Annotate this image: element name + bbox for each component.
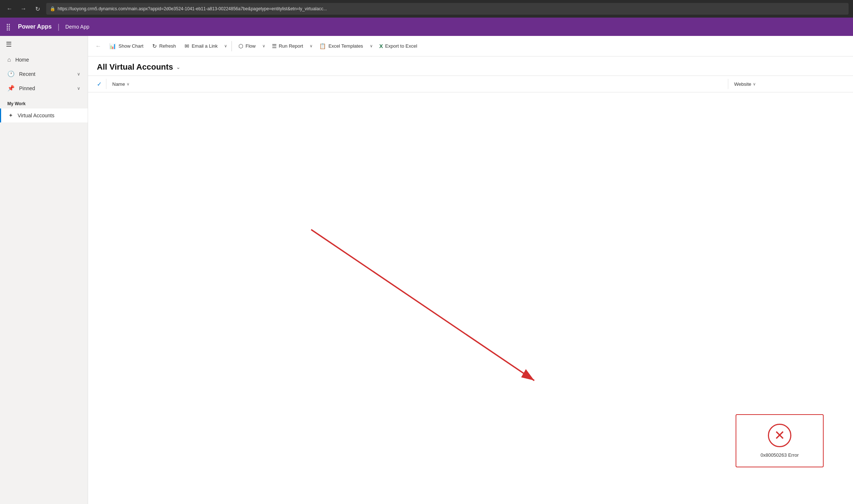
run-report-btn[interactable]: ☰ Run Report — [268, 41, 307, 52]
top-nav: ⣿ Power Apps | Demo App — [0, 18, 853, 36]
content-header: All Virtual Accounts ⌄ — [88, 56, 853, 76]
email-link-label: Email a Link — [192, 43, 218, 49]
refresh-btn[interactable]: ↻ Refresh — [149, 41, 180, 52]
email-link-icon: ✉ — [185, 43, 189, 49]
error-message: 0x80050263 Error — [761, 452, 799, 458]
run-report-chevron-btn[interactable]: ∨ — [308, 41, 314, 51]
pinned-chevron-icon: ∨ — [77, 86, 80, 91]
column-name-label: Name — [112, 81, 125, 87]
error-dialog: ✕ 0x80050263 Error — [736, 414, 824, 467]
show-chart-icon: 📊 — [109, 43, 116, 49]
flow-btn[interactable]: ⬡ Flow — [235, 41, 259, 52]
content-area: ← 📊 Show Chart ↻ Refresh ✉ Email a Link … — [88, 36, 853, 504]
browser-back-btn[interactable]: ← — [4, 4, 15, 14]
excel-templates-chevron-btn[interactable]: ∨ — [368, 41, 374, 51]
sidebar-item-home[interactable]: ⌂ Home — [0, 53, 88, 67]
pinned-icon: 📌 — [7, 85, 15, 92]
error-icon: ✕ — [768, 424, 791, 447]
toolbar: ← 📊 Show Chart ↻ Refresh ✉ Email a Link … — [88, 36, 853, 56]
sidebar-item-home-label: Home — [15, 57, 29, 63]
browser-forward-btn[interactable]: → — [18, 4, 29, 14]
url-text: https://luoyong.crm5.dynamics.com/main.a… — [58, 6, 327, 11]
refresh-icon: ↻ — [152, 43, 157, 49]
excel-templates-btn[interactable]: 📋 Excel Templates — [316, 41, 367, 52]
show-chart-label: Show Chart — [119, 43, 143, 49]
browser-chrome: ← → ↻ 🔒 https://luoyong.crm5.dynamics.co… — [0, 0, 853, 18]
sidebar-item-recent-label: Recent — [19, 71, 35, 77]
browser-refresh-btn[interactable]: ↻ — [32, 4, 43, 14]
show-chart-btn[interactable]: 📊 Show Chart — [106, 41, 147, 52]
run-report-label: Run Report — [279, 43, 303, 49]
lock-icon: 🔒 — [50, 6, 55, 11]
my-work-section-label: My Work — [0, 95, 88, 108]
data-area: ✕ 0x80050263 Error — [88, 92, 853, 504]
page-title-chevron-icon[interactable]: ⌄ — [176, 64, 181, 70]
export-excel-label: Export to Excel — [385, 43, 417, 49]
flow-icon: ⬡ — [238, 43, 243, 49]
app-name-label: Power Apps — [18, 23, 52, 30]
toolbar-back-btn[interactable]: ← — [92, 40, 104, 52]
sidebar-item-virtual-accounts-label: Virtual Accounts — [18, 113, 54, 118]
excel-templates-label: Excel Templates — [328, 43, 363, 49]
virtual-accounts-icon: ✦ — [8, 112, 13, 119]
address-bar[interactable]: 🔒 https://luoyong.crm5.dynamics.com/main… — [46, 3, 849, 15]
recent-icon: 🕐 — [7, 70, 15, 77]
demo-app-label[interactable]: Demo App — [65, 24, 89, 30]
export-excel-icon: X — [379, 43, 383, 49]
sidebar: ☰ ⌂ Home 🕐 Recent ∨ 📌 Pinned ∨ My Work — [0, 36, 88, 504]
main-body: ☰ ⌂ Home 🕐 Recent ∨ 📌 Pinned ∨ My Work — [0, 36, 853, 504]
page-title: All Virtual Accounts — [97, 62, 173, 72]
sidebar-hamburger-btn[interactable]: ☰ — [0, 36, 88, 53]
toolbar-separator-1 — [232, 41, 232, 51]
flow-label: Flow — [245, 43, 255, 49]
waffle-icon[interactable]: ⣿ — [6, 23, 11, 31]
select-all-checkbox[interactable]: ✓ — [97, 81, 102, 88]
email-link-btn[interactable]: ✉ Email a Link — [181, 41, 221, 52]
svg-line-1 — [311, 229, 534, 380]
sidebar-item-pinned[interactable]: 📌 Pinned ∨ — [0, 81, 88, 95]
excel-templates-icon: 📋 — [319, 43, 326, 49]
app-container: ⣿ Power Apps | Demo App ☰ ⌂ Home 🕐 Recen… — [0, 18, 853, 504]
recent-chevron-icon: ∨ — [77, 71, 80, 77]
refresh-label: Refresh — [159, 43, 176, 49]
column-website-sort-icon: ∨ — [753, 82, 756, 87]
table-header: ✓ Name ∨ Website ∨ — [88, 76, 853, 92]
column-name-sort-icon: ∨ — [127, 82, 130, 87]
sidebar-item-virtual-accounts[interactable]: ✦ Virtual Accounts — [0, 108, 88, 122]
sidebar-item-recent[interactable]: 🕐 Recent ∨ — [0, 67, 88, 81]
nav-divider: | — [58, 23, 59, 31]
column-header-name[interactable]: Name ∨ — [112, 81, 722, 87]
header-divider-2 — [728, 79, 728, 89]
home-icon: ⌂ — [7, 56, 11, 63]
flow-chevron-btn[interactable]: ∨ — [261, 41, 267, 51]
column-website-label: Website — [734, 81, 751, 87]
run-report-icon: ☰ — [272, 43, 277, 49]
column-header-website[interactable]: Website ∨ — [734, 81, 844, 87]
email-link-chevron-btn[interactable]: ∨ — [223, 41, 229, 51]
export-excel-btn[interactable]: X Export to Excel — [376, 41, 421, 51]
sidebar-item-pinned-label: Pinned — [19, 85, 35, 91]
header-divider-1 — [106, 79, 106, 89]
